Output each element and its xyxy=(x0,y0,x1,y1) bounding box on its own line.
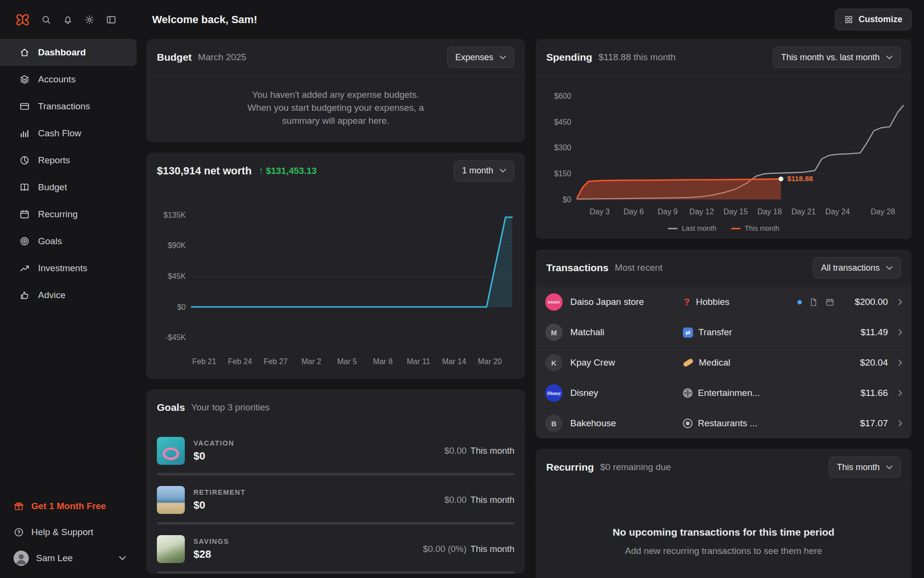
goal-item-retirement[interactable]: RETIREMENT $0 $0.00 This month xyxy=(146,475,525,525)
spending-legend: Last month This month xyxy=(536,223,911,239)
spending-card: Spending $118.88 this month This month v… xyxy=(536,39,911,239)
medical-bandage-icon xyxy=(682,358,694,368)
search-icon[interactable] xyxy=(41,14,51,25)
sidebar-item-label: Advice xyxy=(38,290,65,301)
app-root: Dashboard Accounts Transactions Cash Flo… xyxy=(0,0,924,578)
recurring-range-dropdown[interactable]: This month xyxy=(829,457,901,478)
svg-text:Feb 21: Feb 21 xyxy=(192,357,217,366)
svg-text:Mar 8: Mar 8 xyxy=(373,357,393,366)
goals-subtitle: Your top 3 priorities xyxy=(191,402,270,413)
goal-item-savings[interactable]: SAVINGS $28 $0.00 (0%) This month xyxy=(146,525,525,574)
transaction-row[interactable]: B Bakehouse Restaurants ... $17.07 xyxy=(536,408,911,438)
book-icon xyxy=(19,182,30,193)
chevron-down-icon xyxy=(500,169,506,173)
svg-text:$135K: $135K xyxy=(164,210,186,219)
help-support[interactable]: ? Help & Support xyxy=(0,519,137,545)
monarch-butterfly-logo[interactable] xyxy=(15,13,30,27)
sidebar-item-recurring[interactable]: Recurring xyxy=(0,201,137,228)
goals-card: Goals Your top 3 priorities VACATION $0 … xyxy=(146,390,525,574)
avatar xyxy=(13,551,29,566)
svg-text:Mar 2: Mar 2 xyxy=(302,357,321,366)
transactions-card-header: Transactions Most recent All transaction… xyxy=(536,250,911,287)
svg-text:$300: $300 xyxy=(554,144,571,152)
chevron-right-icon[interactable] xyxy=(895,419,905,428)
sidebar-item-investments[interactable]: Investments xyxy=(0,255,137,282)
promo-get-month-free[interactable]: Get 1 Month Free xyxy=(0,493,137,519)
transactions-filter-dropdown[interactable]: All transactions xyxy=(813,257,901,278)
merchant-name: Bakehouse xyxy=(570,418,616,429)
sidebar-footer: Get 1 Month Free ? Help & Support Sam Le… xyxy=(0,493,137,578)
recurring-empty-title: No upcoming transactions for this time p… xyxy=(550,526,897,538)
transaction-row[interactable]: K Kpay Crew Medical $20.04 xyxy=(536,347,911,378)
goal-month-label: This month xyxy=(470,446,514,456)
merchant-logo: Disney xyxy=(545,384,563,402)
left-column: Budget March 2025 Expenses You haven't a… xyxy=(146,39,525,578)
entertainment-reel-icon xyxy=(683,388,693,398)
sidebar-item-advice[interactable]: Advice xyxy=(0,282,137,309)
svg-text:Mar 20: Mar 20 xyxy=(478,357,502,366)
chevron-right-icon[interactable] xyxy=(895,358,905,368)
note-file-icon xyxy=(809,298,818,307)
sidebar-item-reports[interactable]: Reports xyxy=(0,147,137,174)
category-name: Transfer xyxy=(698,327,732,338)
calendar-icon xyxy=(825,298,834,307)
transaction-row[interactable]: Disney Disney Entertainmen... $11.66 xyxy=(536,378,911,408)
budget-type-dropdown[interactable]: Expenses xyxy=(447,47,514,68)
goal-month-value: $0.00 xyxy=(444,446,466,456)
chevron-down-icon xyxy=(886,55,893,60)
recurring-empty-state: No upcoming transactions for this time p… xyxy=(536,486,911,578)
svg-text:Mar 11: Mar 11 xyxy=(407,357,430,366)
chevron-down-icon xyxy=(500,55,506,60)
chevron-right-icon[interactable] xyxy=(895,328,905,337)
net-worth-title: $130,914 net worth xyxy=(157,165,252,177)
sidebar-item-label: Transactions xyxy=(38,101,90,112)
sidebar-toggle-icon[interactable] xyxy=(106,14,116,25)
svg-text:Day 3: Day 3 xyxy=(590,208,610,216)
sidebar-item-budget[interactable]: Budget xyxy=(0,174,137,201)
trend-up-icon xyxy=(19,263,30,274)
net-worth-range-dropdown[interactable]: 1 month xyxy=(454,160,514,182)
user-name: Sam Lee xyxy=(36,553,73,564)
sidebar-item-label: Recurring xyxy=(38,209,77,220)
transactions-card: Transactions Most recent All transaction… xyxy=(536,250,911,438)
svg-text:Day 28: Day 28 xyxy=(871,208,895,216)
sidebar-nav: Dashboard Accounts Transactions Cash Flo… xyxy=(0,39,137,309)
sidebar-item-transactions[interactable]: Transactions xyxy=(0,93,137,120)
goal-amount: $28 xyxy=(193,548,229,561)
unreviewed-dot-icon xyxy=(797,300,802,304)
merchant-logo: DAISO xyxy=(545,293,563,311)
restaurants-plate-icon xyxy=(683,419,693,428)
budget-dropdown-value: Expenses xyxy=(455,53,493,63)
sidebar-item-label: Dashboard xyxy=(38,47,86,58)
svg-text:Day 12: Day 12 xyxy=(690,208,714,216)
layers-icon xyxy=(19,74,30,85)
net-worth-chart: $135K$90K$45K$0-$45KFeb 21Feb 24Feb 27Ma… xyxy=(146,190,525,379)
goal-month-summary: $0.00 (0%) This month xyxy=(423,544,514,554)
spending-compare-dropdown[interactable]: This month vs. last month xyxy=(773,47,901,68)
goal-progress-bar xyxy=(157,571,514,574)
budget-card-header: Budget March 2025 Expenses xyxy=(146,39,525,76)
goal-month-value: $0.00 xyxy=(444,495,466,505)
chevron-right-icon[interactable] xyxy=(895,297,905,307)
target-icon xyxy=(19,236,30,247)
settings-gear-icon[interactable] xyxy=(84,14,95,25)
chevron-right-icon[interactable] xyxy=(895,388,905,398)
budget-subtitle: March 2025 xyxy=(198,52,246,63)
svg-text:$0: $0 xyxy=(563,196,571,204)
sidebar-item-dashboard[interactable]: Dashboard xyxy=(0,39,137,66)
sidebar-item-cash-flow[interactable]: Cash Flow xyxy=(0,120,137,147)
svg-text:$118.88: $118.88 xyxy=(787,174,813,183)
user-menu[interactable]: Sam Lee xyxy=(0,545,137,571)
transaction-row[interactable]: M Matchali ⇄ Transfer $11.49 xyxy=(536,317,911,347)
goal-item-vacation[interactable]: VACATION $0 $0.00 This month xyxy=(146,426,525,475)
goal-month-label: This month xyxy=(470,544,514,554)
transaction-row[interactable]: DAISO Daiso Japan store ? Hobbies $200.0… xyxy=(536,287,911,317)
transactions-subtitle: Most recent xyxy=(615,263,663,273)
sidebar-item-accounts[interactable]: Accounts xyxy=(0,66,137,93)
sidebar-item-goals[interactable]: Goals xyxy=(0,228,137,255)
customize-button[interactable]: Customize xyxy=(835,9,911,30)
spending-dropdown-value: This month vs. last month xyxy=(781,53,880,63)
merchant-logo: K xyxy=(545,354,563,371)
notifications-bell-icon[interactable] xyxy=(63,14,73,25)
grid-icon xyxy=(844,15,853,24)
